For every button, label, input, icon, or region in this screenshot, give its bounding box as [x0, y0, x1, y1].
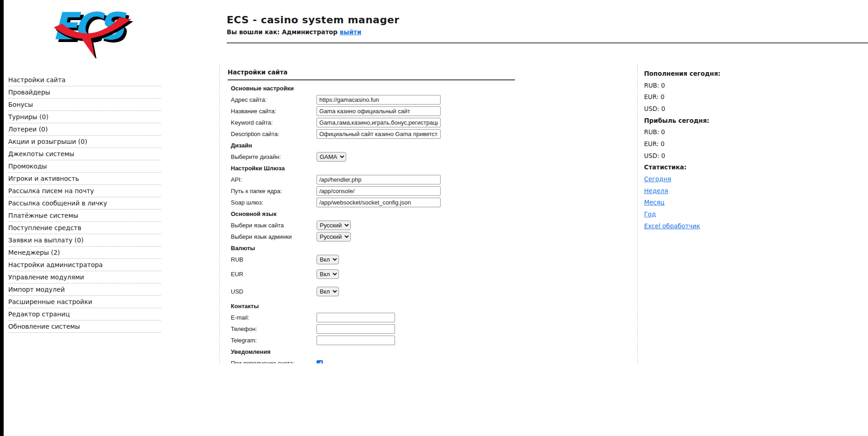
- sidebar-item-bonuses[interactable]: Бонусы: [8, 99, 161, 111]
- login-status: Вы вошли как: Администратор выйти: [227, 28, 400, 36]
- page-title: ECS - casino system manager: [227, 14, 400, 26]
- panel-title: Настройки сайта: [228, 68, 637, 76]
- core-path-row: Путь к папке ядра:: [231, 185, 637, 197]
- header: ECS - casino system manager Вы вошли как…: [227, 14, 400, 36]
- sidebar-item-tournaments[interactable]: Турниры (0): [8, 111, 161, 123]
- sidebar-item-payment-systems[interactable]: Платёжные системы: [8, 210, 161, 222]
- stats-link-today[interactable]: Сегодня: [644, 175, 671, 183]
- site-name-field[interactable]: [317, 106, 441, 116]
- sidebar-item-managers[interactable]: Менеджеры (2): [8, 247, 161, 259]
- core-path-field[interactable]: [317, 186, 441, 196]
- design-label: Выберите дизайн:: [231, 153, 317, 160]
- sidebar-item-advanced-settings[interactable]: Расширенные настройки: [8, 296, 161, 308]
- section-general: Основные настройки: [231, 83, 637, 94]
- admin-language-select[interactable]: Русский: [317, 232, 351, 242]
- eur-select[interactable]: Вкл: [317, 269, 339, 279]
- telegram-field[interactable]: [317, 336, 395, 345]
- site-language-select[interactable]: Русский: [317, 221, 351, 230]
- sidebar-item-system-update[interactable]: Обновление системы: [8, 320, 161, 333]
- email-field[interactable]: [317, 313, 395, 322]
- left-edge-strip: [0, 0, 4, 436]
- site-url-label: Адрес сайта:: [231, 96, 317, 103]
- sidebar-item-lotteries[interactable]: Лотереи (0): [8, 123, 161, 136]
- section-design: Дизайн: [231, 140, 637, 151]
- api-label: API:: [231, 176, 317, 183]
- admin-language-row: Выбери язык админки Русский: [231, 231, 637, 242]
- telegram-label: Telegram:: [231, 337, 317, 344]
- logout-link[interactable]: выйти: [340, 28, 362, 36]
- rub-select[interactable]: Вкл: [317, 255, 339, 264]
- site-description-field[interactable]: [317, 129, 441, 139]
- section-language: Основной язык: [231, 208, 637, 220]
- email-label: E-mail:: [231, 314, 317, 321]
- eur-row: EUR Вкл: [231, 268, 637, 280]
- stats-link-month[interactable]: Месяц: [644, 199, 665, 206]
- deposits-eur: EUR: 0: [644, 91, 720, 103]
- phone-row: Телефон:: [231, 323, 637, 335]
- site-url-row: Адрес сайта:: [231, 94, 637, 105]
- header-divider: [227, 42, 868, 43]
- site-keywords-field[interactable]: [317, 118, 441, 127]
- sidebar-nav: Настройки сайта Провайдеры Бонусы Турнир…: [8, 74, 161, 333]
- deposit-notify-label: При пополнение счета:: [231, 360, 317, 363]
- sidebar-item-jackpots[interactable]: Джекпоты системы: [8, 148, 161, 160]
- profit-rub: RUB: 0: [644, 126, 720, 138]
- deposit-notify-row: При пополнение счета:: [231, 357, 637, 363]
- stats-link-excel[interactable]: Excel обработчик: [644, 222, 700, 230]
- api-row: API:: [231, 174, 637, 185]
- sidebar-item-incoming-funds[interactable]: Поступление средств: [8, 222, 161, 234]
- core-path-label: Путь к папке ядра:: [231, 188, 317, 194]
- usd-row: USD Вкл: [231, 286, 637, 297]
- section-contacts: Контакты: [231, 300, 637, 312]
- design-select[interactable]: GAMA: [317, 152, 346, 162]
- ecs-logo[interactable]: ECS ECS: [48, 4, 135, 58]
- profit-today-title: Прибыль сегодня:: [644, 115, 720, 126]
- sidebar-item-promotions[interactable]: Акции и розыгрыши (0): [8, 136, 161, 148]
- sidebar-item-module-management[interactable]: Управление модулями: [8, 271, 161, 284]
- sidebar-item-module-import[interactable]: Импорт модулей: [8, 284, 161, 296]
- phone-label: Телефон:: [231, 326, 317, 332]
- soap-field[interactable]: [317, 198, 441, 207]
- deposits-today-title: Пополнения сегодня:: [644, 68, 720, 79]
- deposits-usd: USD: 0: [644, 103, 720, 115]
- sidebar-item-payout-requests[interactable]: Заявки на выплату (0): [8, 234, 161, 247]
- phone-field[interactable]: [317, 324, 395, 334]
- site-description-row: Description сайта:: [231, 128, 637, 140]
- api-field[interactable]: [317, 175, 441, 184]
- design-row: Выберите дизайн: GAMA: [231, 151, 637, 163]
- panel-title-underline: [228, 79, 515, 80]
- stats-link-week[interactable]: Неделя: [644, 187, 668, 194]
- sidebar-item-providers[interactable]: Провайдеры: [8, 86, 161, 99]
- login-status-label: Вы вошли как: Администратор: [227, 28, 338, 36]
- sidebar-item-site-settings[interactable]: Настройки сайта: [8, 74, 161, 86]
- site-name-row: Название сайта:: [231, 105, 637, 117]
- site-language-label: Выбери язык сайта: [231, 222, 317, 229]
- sidebar-item-players[interactable]: Игроки и активность: [8, 173, 161, 185]
- site-settings-panel: Настройки сайта Основные настройки Адрес…: [219, 64, 638, 363]
- section-currencies: Валюты: [231, 242, 637, 254]
- profit-eur: EUR: 0: [644, 138, 720, 150]
- sidebar-item-email-broadcast[interactable]: Рассылка писем на почту: [8, 185, 161, 197]
- stats-panel: Пополнения сегодня: RUB: 0 EUR: 0 USD: 0…: [644, 68, 720, 232]
- site-url-field[interactable]: [317, 95, 441, 105]
- usd-label: USD: [231, 288, 317, 295]
- deposit-notify-checkbox[interactable]: [317, 360, 323, 364]
- telegram-row: Telegram:: [231, 335, 637, 346]
- rub-label: RUB: [231, 256, 317, 263]
- profit-usd: USD: 0: [644, 150, 720, 162]
- site-name-label: Название сайта:: [231, 108, 317, 115]
- stats-link-year[interactable]: Год: [644, 210, 656, 218]
- sidebar-item-promocodes[interactable]: Промокоды: [8, 160, 161, 173]
- sidebar-item-pm-broadcast[interactable]: Рассылка сообщений в личку: [8, 197, 161, 210]
- soap-row: Soap шлюз:: [231, 197, 637, 208]
- site-keywords-row: Keyword сайта:: [231, 117, 637, 128]
- section-gateway: Настройки Шлюза: [231, 163, 637, 174]
- site-description-label: Description сайта:: [231, 131, 317, 137]
- admin-language-label: Выбери язык админки: [231, 233, 317, 240]
- sidebar-item-page-editor[interactable]: Редактор страниц: [8, 308, 161, 320]
- usd-select[interactable]: Вкл: [317, 287, 339, 296]
- statistics-title: Статистика:: [644, 162, 720, 173]
- deposits-rub: RUB: 0: [644, 79, 720, 91]
- soap-label: Soap шлюз:: [231, 199, 317, 206]
- sidebar-item-admin-settings[interactable]: Настройки администратора: [8, 259, 161, 271]
